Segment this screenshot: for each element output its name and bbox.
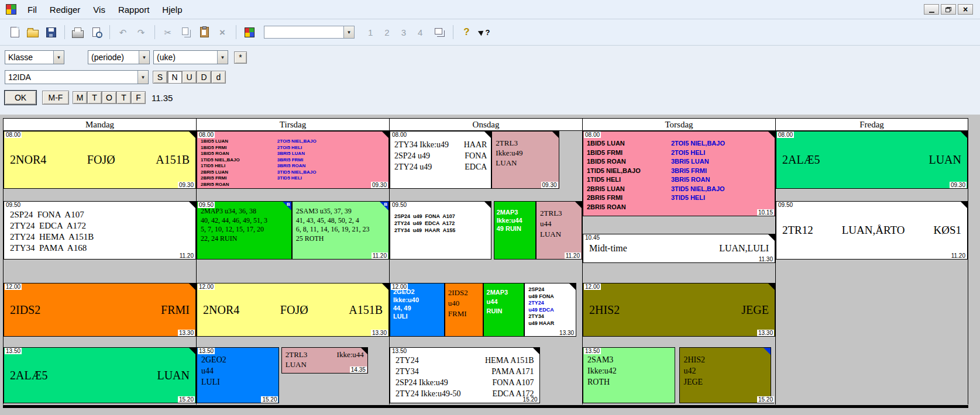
day-button-4-F[interactable]: F <box>131 91 146 104</box>
time-label: 09.50 <box>5 201 22 208</box>
context-help-button[interactable]: ? <box>476 24 493 40</box>
delete-button[interactable]: × <box>214 24 231 40</box>
lesson-block[interactable]: 1BID5 LUAN1BID5 FRMI1BID5 ROAN1TID5 NIEL… <box>197 131 389 189</box>
lesson-block[interactable]: 2HIS2u42JEGE <box>679 347 772 403</box>
lesson-block[interactable]: 2ALÆ5LUAN <box>776 131 968 189</box>
help-icon: ? <box>463 26 469 38</box>
menu-rapport[interactable]: Rapport <box>112 2 156 18</box>
open-button[interactable] <box>24 24 42 40</box>
lesson-block[interactable]: 2SAM3 u35, 37, 3941, 43, 45, 48, 50, 2, … <box>292 201 389 260</box>
day-column-fredag: Fredag2ALÆ5LUAN2TR12LUAN,ÅRTOKØS108.0009… <box>775 118 968 404</box>
close-icon: × <box>963 5 968 13</box>
page-button-1[interactable]: 1 <box>368 27 373 37</box>
star-button[interactable]: * <box>234 51 247 64</box>
menu-fil[interactable]: Fil <box>21 2 43 18</box>
lesson-block[interactable]: 2TRL3u44LUAN <box>536 201 582 260</box>
lesson-block[interactable]: 1BID5 LUAN1BID5 FRMI1BID5 ROAN1TID5 NIEL… <box>583 131 775 216</box>
week-value: (uke) <box>154 53 217 62</box>
lesson-block[interactable]: 2NOR4FOJØA151B <box>4 131 196 189</box>
lesson-block[interactable]: 2TR12LUAN,ÅRTOKØS1 <box>776 201 968 260</box>
lesson-text-line: Midt-timeLUAN,LULI <box>583 243 775 254</box>
view-button-D[interactable]: D <box>197 71 211 84</box>
paste-button[interactable] <box>195 24 213 40</box>
lesson-block[interactable]: 2SP24u49 FONA2TY24u49 EDCA2TY34u49 HAAR <box>524 283 576 337</box>
help-button[interactable]: ? <box>458 24 475 40</box>
lesson-block[interactable]: 2MAP3Ikke:u4449 RUIN <box>494 201 536 260</box>
day-button-2-O[interactable]: O <box>102 91 116 104</box>
undo-button[interactable]: ↶ <box>114 24 132 40</box>
chevron-down-icon[interactable]: ▼ <box>53 51 64 64</box>
current-time: 11.35 <box>152 93 173 103</box>
lesson-text-line: Ikke:u40 <box>393 296 441 304</box>
lesson-block[interactable]: 2GEO2Ikke:u4044, 49LULI <box>390 283 445 337</box>
lesson-block[interactable]: 2TRL3Ikke:u49LUAN <box>491 131 559 189</box>
lesson-block[interactable]: 2SP24 u49 FONA A1072TY24 u49 EDCA A1722T… <box>390 201 491 260</box>
toolbar: ↶ ↷ ✂ × ▼ 1234 ? ? <box>0 19 980 46</box>
lesson-block[interactable]: 2NOR4FOJØA151B <box>197 283 389 337</box>
time-label: 08.00 <box>584 131 601 138</box>
lesson-text-line: 2NOR4FOJØA151B <box>197 303 388 317</box>
lesson-text-line: 2TY24 u49EDCA <box>394 161 487 172</box>
day-button-1-T[interactable]: T <box>87 91 102 104</box>
save-button[interactable] <box>42 24 60 40</box>
page-button-2[interactable]: 2 <box>384 27 389 37</box>
chevron-down-icon[interactable]: ▼ <box>343 26 354 38</box>
save-icon <box>46 27 56 37</box>
menu-vis[interactable]: Vis <box>87 2 112 18</box>
view-button-U[interactable]: U <box>182 71 197 84</box>
lesson-block[interactable]: 2SAM3Ikke:u42ROTH <box>583 347 675 403</box>
toolbar-separator <box>236 25 236 39</box>
badge-letter: B <box>384 202 387 207</box>
close-button[interactable]: × <box>958 4 973 15</box>
view-button-d[interactable]: d <box>211 71 226 84</box>
restore-button[interactable] <box>941 4 956 15</box>
menu-hjelp[interactable]: Hjelp <box>156 2 188 18</box>
lesson-block[interactable]: 2MAP3 u34, 36, 3840, 42, 44, 46, 49, 51,… <box>197 201 292 260</box>
page-button-4[interactable]: 4 <box>418 27 422 37</box>
copy-button[interactable] <box>177 24 195 40</box>
redo-button[interactable]: ↷ <box>132 24 150 40</box>
week-selector[interactable]: (uke) ▼ <box>153 50 228 64</box>
lesson-block[interactable]: Midt-timeLUAN,LULI <box>583 234 775 263</box>
timetable-view-button[interactable] <box>240 24 258 40</box>
week-range-button[interactable]: M-F <box>42 91 69 105</box>
view-button-N[interactable]: N <box>167 71 182 84</box>
lesson-block[interactable]: 2GEO2u44LULI <box>197 347 279 403</box>
arrange-windows-button[interactable] <box>431 24 448 40</box>
period-selector[interactable]: (periode) ▼ <box>88 50 150 64</box>
day-button-3-T[interactable]: T <box>116 91 131 104</box>
toolbar-separator <box>64 25 65 39</box>
lesson-block[interactable]: 2IDS2u40FRMI <box>445 283 483 337</box>
lesson-block[interactable]: 2HIS2JEGE <box>583 283 775 337</box>
menu-bar: FilRedigerVisRapportHjelp × <box>0 0 980 19</box>
element-type-value: Klasse <box>5 53 53 62</box>
lesson-text-line: 2TY34 Ikke:u49HAAR <box>394 139 487 150</box>
lesson-text-line: 49 RUIN <box>497 224 533 233</box>
lesson-block[interactable]: 2ALÆ5LUAN <box>4 347 196 403</box>
lesson-block[interactable]: 2TY24HEMA A151B2TY34PAMA A1712SP24 Ikke:… <box>390 347 540 403</box>
minimize-button[interactable] <box>924 4 939 15</box>
lesson-block[interactable]: 2TY34 Ikke:u49HAAR2SP24 u49FONA2TY24 u49… <box>390 131 491 189</box>
time-label: 09.50 <box>198 201 215 208</box>
view-button-S[interactable]: S <box>153 71 167 84</box>
element-type-selector[interactable]: Klasse ▼ <box>5 50 64 64</box>
lesson-block[interactable]: 2SP24 FONA A1072TY24 EDCA A1722TY24 HEMA… <box>4 201 196 260</box>
print-preview-button[interactable] <box>87 24 105 40</box>
chevron-down-icon[interactable]: ▼ <box>139 51 149 64</box>
new-button[interactable] <box>6 24 23 40</box>
menu-rediger[interactable]: Rediger <box>43 2 87 18</box>
class-selector[interactable]: 12IDA ▼ <box>5 70 149 84</box>
time-label: 11.20 <box>565 253 581 260</box>
chevron-down-icon[interactable]: ▼ <box>217 51 228 64</box>
lesson-block[interactable]: 2MAP3u44RUIN <box>483 283 525 337</box>
lesson-block[interactable]: 2IDS2FRMI <box>4 283 196 337</box>
chevron-down-icon[interactable]: ▼ <box>137 71 148 84</box>
toolbar-combobox[interactable]: ▼ <box>264 26 355 39</box>
day-button-0-M[interactable]: M <box>73 91 87 104</box>
cut-button[interactable]: ✂ <box>159 24 177 40</box>
page-button-3[interactable]: 3 <box>401 27 406 37</box>
time-label: 13.50 <box>391 347 408 354</box>
ok-button[interactable]: OK <box>5 91 36 105</box>
day-header-torsdag: Torsdag <box>583 118 775 131</box>
print-button[interactable] <box>69 24 87 40</box>
